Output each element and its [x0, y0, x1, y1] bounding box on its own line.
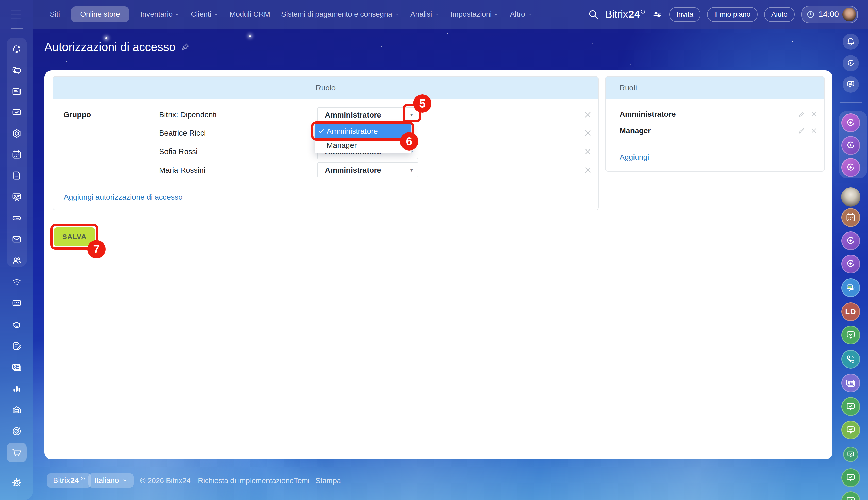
- save-button[interactable]: SALVA: [54, 227, 95, 246]
- delete-role-button[interactable]: [810, 127, 818, 135]
- select-arrow-icon[interactable]: ▼: [409, 112, 414, 118]
- row-name: Sofia Rossi: [159, 147, 198, 156]
- sidebar-item-documents[interactable]: [11, 170, 22, 181]
- crm-contact-item[interactable]: [841, 374, 860, 393]
- copilot-chat-item[interactable]: [841, 231, 860, 250]
- sidebar-item-drive[interactable]: [11, 213, 22, 224]
- copilot-button[interactable]: [843, 55, 859, 71]
- page-title-text: Autorizzazioni di accesso: [44, 40, 175, 54]
- chat-avatar-initials[interactable]: LD: [841, 302, 860, 321]
- bitrix24-logo[interactable]: Bitrix24: [606, 9, 646, 20]
- nav-item-analisi[interactable]: Analisi: [410, 10, 439, 19]
- edit-role-button[interactable]: [798, 127, 806, 135]
- role-select[interactable]: Amministratore▼: [317, 162, 418, 178]
- footer-link-themes[interactable]: Temi: [294, 477, 309, 485]
- brand-first: Bitrix: [53, 476, 70, 485]
- sidebar-item-crm[interactable]: [11, 128, 22, 139]
- nav-item-altro[interactable]: Altro: [510, 10, 532, 19]
- task-notification-item[interactable]: [841, 468, 860, 487]
- nav-item-pagamento-consegna[interactable]: Sistemi di pagamento e consegna: [281, 10, 399, 19]
- brand-second: 24: [70, 476, 79, 485]
- chat-avatar-cat[interactable]: [841, 187, 860, 207]
- invite-button[interactable]: Invita: [669, 7, 700, 22]
- remove-row-button[interactable]: [583, 128, 592, 138]
- chevron-down-icon: [175, 12, 180, 17]
- close-icon: [810, 127, 818, 135]
- sidebar-item-contact-center[interactable]: [11, 362, 22, 373]
- nav-item-online-store[interactable]: Online store: [71, 6, 129, 22]
- row-name: Bitrix: Dipendenti: [159, 111, 217, 119]
- sidebar-item-analytics[interactable]: [11, 383, 22, 394]
- nav-item-moduli-crm[interactable]: Moduli CRM: [230, 10, 270, 19]
- task-notification-item[interactable]: [841, 397, 860, 416]
- add-role-link[interactable]: Aggiungi: [619, 153, 649, 161]
- task-notification-item[interactable]: [841, 421, 860, 439]
- dropdown-option-manager[interactable]: Manager: [315, 138, 411, 152]
- add-access-permission-link[interactable]: Aggiungi autorizzazione di accesso: [64, 193, 183, 202]
- select-arrow-icon[interactable]: ▼: [409, 167, 414, 173]
- messenger-chat-item[interactable]: [841, 279, 860, 297]
- close-icon: [583, 110, 592, 119]
- task-notification-item[interactable]: [841, 326, 860, 344]
- chevron-down-icon: [122, 478, 128, 483]
- role-select[interactable]: Amministratore▼: [317, 107, 418, 122]
- nav-item-impostazioni[interactable]: Impostazioni: [450, 10, 499, 19]
- row-name: Maria Rossini: [159, 166, 205, 174]
- copilot-icon: [845, 259, 856, 269]
- task-done-icon: [846, 450, 855, 459]
- chat-sync-button[interactable]: [843, 76, 859, 93]
- footer-link-print[interactable]: Stampa: [316, 477, 341, 485]
- sidebar-item-online-store[interactable]: [11, 447, 22, 458]
- delete-role-button[interactable]: [810, 111, 818, 118]
- nav-item-clienti[interactable]: Clienti: [191, 10, 218, 19]
- remove-row-button[interactable]: [583, 110, 592, 119]
- copilot-chat-item[interactable]: [841, 113, 860, 132]
- language-selector[interactable]: Italiano: [88, 473, 134, 488]
- sidebar-item-ai-assistant[interactable]: [11, 319, 22, 330]
- notifications-button[interactable]: [843, 34, 859, 50]
- sidebar-item-feed[interactable]: [11, 86, 22, 97]
- sidebar-item-calendar[interactable]: [11, 149, 22, 160]
- sidebar-item-e-signature[interactable]: [11, 340, 22, 352]
- chevron-down-icon: [527, 12, 532, 17]
- nav-item-siti[interactable]: Siti: [50, 10, 60, 19]
- sidebar-item-mail[interactable]: [11, 234, 22, 245]
- copilot-chat-item[interactable]: [841, 158, 860, 177]
- sidebar-item-booking[interactable]: [11, 298, 22, 309]
- row-name: Beatrice Ricci: [159, 129, 206, 137]
- nav-item-inventario[interactable]: Inventario: [140, 10, 180, 19]
- role-select-value: Amministratore: [325, 111, 381, 119]
- remove-row-button[interactable]: [583, 147, 592, 156]
- task-notification-item[interactable]: [843, 447, 858, 462]
- sliders-icon[interactable]: [652, 9, 663, 20]
- footer-link-implementation[interactable]: Richiesta di implementazione: [198, 477, 294, 485]
- phone-icon: [845, 354, 856, 364]
- sidebar-item-settings[interactable]: [11, 477, 22, 488]
- edit-role-button[interactable]: [798, 111, 806, 118]
- copilot-chat-item[interactable]: [841, 136, 860, 155]
- telephony-item[interactable]: [841, 350, 860, 368]
- sidebar-item-video-conference[interactable]: [11, 191, 22, 203]
- clock-widget[interactable]: 14:00: [801, 6, 858, 23]
- sidebar-item-hr[interactable]: [11, 255, 22, 266]
- sidebar-item-marketing[interactable]: [11, 425, 22, 437]
- footer-brand-badge[interactable]: Bitrix24: [47, 473, 91, 488]
- sidebar-item-sales-funnel[interactable]: [11, 277, 22, 288]
- sidebar-item-tasks[interactable]: [11, 106, 22, 118]
- clock-mark-icon: [80, 476, 85, 481]
- dropdown-option-amministratore[interactable]: Amministratore: [315, 124, 411, 138]
- header-label: Ruoli: [619, 83, 637, 92]
- sidebar-item-messenger[interactable]: [11, 65, 22, 76]
- sidebar-item-network[interactable]: [11, 43, 22, 55]
- booking-calendar-icon: [11, 298, 22, 309]
- initials-label: LD: [845, 307, 856, 316]
- user-avatar[interactable]: [842, 8, 856, 21]
- copilot-chat-item[interactable]: [841, 254, 860, 273]
- help-button[interactable]: Aiuto: [764, 7, 795, 22]
- pin-icon[interactable]: [181, 42, 190, 52]
- calendar-event-item[interactable]: [841, 208, 860, 227]
- my-plan-button[interactable]: Il mio piano: [707, 7, 757, 22]
- search-icon[interactable]: [588, 9, 599, 20]
- sidebar-item-warehouse[interactable]: [11, 404, 22, 416]
- remove-row-button[interactable]: [583, 166, 592, 174]
